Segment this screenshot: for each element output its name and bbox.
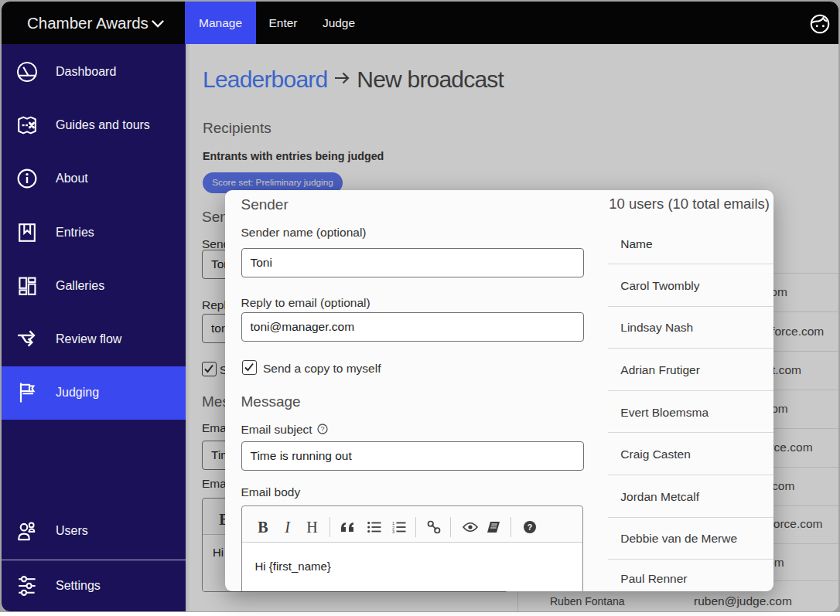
svg-text:3: 3 — [392, 529, 394, 533]
svg-text:?: ? — [528, 522, 532, 532]
svg-text:?: ? — [320, 425, 324, 433]
